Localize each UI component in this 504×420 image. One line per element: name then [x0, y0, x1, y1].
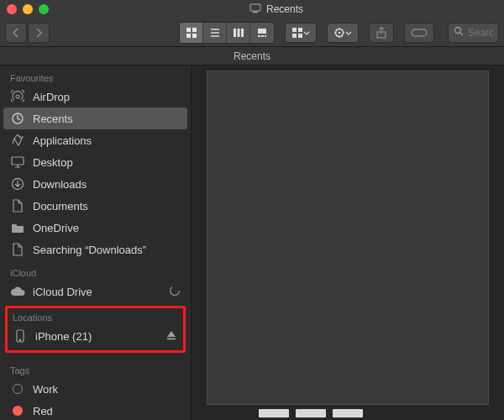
sidebar-tag-red[interactable]: Red — [0, 400, 191, 420]
svg-rect-11 — [241, 29, 244, 37]
path-current: Recents — [234, 50, 270, 62]
sidebar-item-label: Applications — [33, 134, 92, 147]
view-list-button[interactable] — [203, 23, 227, 43]
sidebar-item-airdrop[interactable]: AirDrop — [0, 86, 191, 108]
view-switcher — [179, 22, 275, 44]
svg-rect-1 — [253, 12, 258, 13]
svg-rect-10 — [237, 29, 239, 37]
sidebar-item-label: Recents — [33, 113, 73, 125]
svg-point-21 — [339, 31, 341, 34]
svg-rect-33 — [167, 338, 176, 339]
svg-rect-16 — [292, 28, 297, 32]
svg-rect-9 — [234, 29, 236, 37]
share-button[interactable] — [369, 23, 394, 43]
phone-icon — [13, 329, 28, 343]
svg-rect-17 — [298, 28, 302, 32]
sidebar-item-saved-search[interactable]: Searching “Downloads” — [0, 239, 191, 260]
search-field[interactable] — [448, 23, 499, 43]
svg-rect-28 — [12, 157, 24, 165]
sidebar-item-label: iCloud Drive — [33, 286, 92, 298]
svg-rect-13 — [258, 35, 260, 37]
zoom-window-button[interactable] — [39, 4, 49, 14]
applications-icon — [10, 134, 25, 147]
search-input[interactable] — [468, 27, 493, 39]
view-icon-button[interactable] — [180, 23, 203, 43]
eject-icon[interactable] — [166, 330, 178, 343]
sidebar-item-label: Work — [33, 383, 58, 396]
sidebar-item-downloads[interactable]: Downloads — [0, 173, 191, 195]
sidebar-item-label: Downloads — [33, 178, 87, 191]
sidebar-item-recents[interactable]: Recents — [3, 108, 187, 129]
svg-rect-12 — [258, 29, 266, 34]
svg-rect-14 — [261, 35, 264, 37]
title-icon — [249, 3, 261, 16]
gallery-thumbnails — [259, 409, 363, 417]
clock-icon — [10, 112, 25, 125]
svg-point-26 — [16, 95, 19, 98]
sidebar-item-iphone[interactable]: iPhone (21) — [8, 325, 183, 347]
svg-rect-18 — [292, 34, 297, 38]
download-icon — [10, 177, 25, 191]
svg-rect-2 — [186, 28, 191, 32]
view-column-button[interactable] — [227, 23, 250, 43]
svg-rect-4 — [186, 34, 191, 38]
action-menu-button[interactable] — [327, 23, 359, 43]
arrange-button[interactable] — [285, 23, 317, 43]
tag-dot-icon — [10, 384, 25, 394]
locations-highlight: Locations iPhone (21) — [5, 306, 186, 353]
svg-rect-23 — [412, 29, 427, 36]
sidebar-item-label: OneDrive — [33, 222, 79, 234]
sidebar-item-onedrive[interactable]: OneDrive — [0, 217, 191, 239]
svg-rect-0 — [250, 4, 260, 11]
toolbar — [0, 18, 504, 47]
svg-point-32 — [19, 339, 21, 341]
sidebar-item-label: Desktop — [33, 156, 73, 169]
sidebar-item-icloud-drive[interactable]: iCloud Drive — [0, 281, 191, 302]
content-area[interactable] — [192, 66, 504, 420]
search-icon — [454, 26, 464, 39]
sidebar-heading-icloud: iCloud — [0, 260, 191, 281]
view-gallery-button[interactable] — [250, 23, 274, 43]
sidebar-item-label: Documents — [33, 200, 88, 213]
svg-rect-5 — [192, 34, 197, 38]
thumbnail[interactable] — [296, 409, 326, 417]
sidebar-item-label: AirDrop — [33, 91, 70, 103]
sidebar-heading-favourites: Favourites — [0, 66, 191, 86]
titlebar: Recents — [0, 0, 504, 18]
cloud-icon — [10, 286, 25, 297]
thumbnail[interactable] — [333, 409, 363, 417]
sidebar-item-applications[interactable]: Applications — [0, 129, 191, 151]
window-controls — [7, 4, 49, 14]
svg-point-24 — [455, 28, 461, 34]
svg-point-30 — [171, 286, 180, 295]
sync-progress-icon — [169, 285, 181, 299]
sidebar-item-documents[interactable]: Documents — [0, 195, 191, 217]
sidebar-item-label: Searching “Downloads” — [33, 244, 146, 256]
tag-dot-icon — [10, 406, 25, 416]
svg-rect-3 — [192, 28, 197, 32]
document-icon — [10, 199, 25, 213]
airdrop-icon — [10, 90, 25, 103]
folder-icon — [10, 223, 25, 234]
svg-rect-15 — [265, 35, 266, 37]
sidebar: Favourites AirDrop Recents Applications … — [0, 66, 192, 420]
sidebar-heading-locations: Locations — [8, 310, 183, 325]
close-window-button[interactable] — [7, 4, 17, 14]
window-title: Recents — [266, 3, 303, 15]
forward-button[interactable] — [28, 23, 50, 43]
tags-button[interactable] — [404, 23, 434, 43]
sidebar-item-label: Red — [33, 405, 53, 417]
display-icon — [10, 156, 25, 168]
sidebar-heading-tags: Tags — [0, 358, 191, 378]
svg-line-25 — [460, 33, 463, 35]
back-button[interactable] — [5, 23, 27, 43]
sidebar-item-label: iPhone (21) — [35, 330, 92, 343]
minimize-window-button[interactable] — [23, 4, 33, 14]
document-icon — [10, 243, 25, 256]
thumbnail[interactable] — [259, 409, 289, 417]
sidebar-tag-work[interactable]: Work — [0, 378, 191, 400]
sidebar-item-desktop[interactable]: Desktop — [0, 151, 191, 173]
svg-rect-19 — [298, 34, 302, 38]
path-bar: Recents — [0, 47, 504, 66]
gallery-preview — [207, 71, 489, 405]
